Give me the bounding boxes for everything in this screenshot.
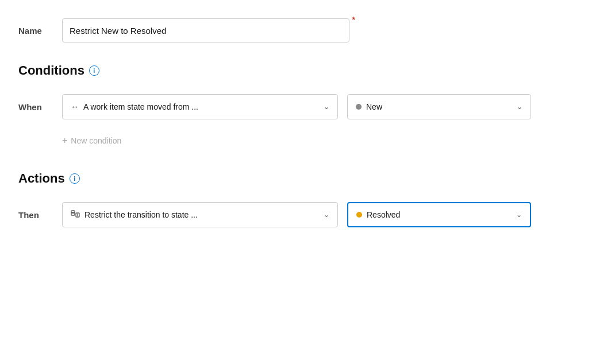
actions-state-content: Resolved (356, 210, 400, 219)
lock-icon (71, 210, 80, 220)
then-dropdown-arrow: ⌄ (324, 211, 329, 219)
swap-icon: ↔ (71, 102, 79, 111)
conditions-state-dropdown[interactable]: New ⌄ (347, 94, 531, 119)
actions-state-text: Resolved (367, 210, 400, 219)
conditions-header: Conditions i (18, 63, 597, 78)
actions-info-icon[interactable]: i (70, 173, 80, 184)
actions-header: Actions i (18, 171, 597, 186)
name-input-wrapper: * (62, 18, 349, 42)
then-row: Then Restrict the transition to state ..… (18, 202, 597, 227)
when-label: When (18, 102, 53, 112)
plus-icon: + (62, 135, 67, 146)
when-dropdown-content: ↔ A work item state moved from ... (71, 102, 198, 111)
actions-state-arrow: ⌄ (516, 211, 522, 219)
when-dropdown-arrow: ⌄ (324, 103, 329, 111)
conditions-state-text: New (366, 102, 382, 111)
conditions-state-dot (356, 104, 362, 110)
new-condition-label: New condition (71, 136, 121, 145)
then-label: Then (18, 210, 53, 220)
actions-section: Actions i Then Restrict the transition t… (18, 171, 597, 227)
conditions-state-content: New (356, 102, 382, 111)
actions-title: Actions (18, 171, 65, 186)
when-dropdown-text: A work item state moved from ... (83, 102, 198, 111)
then-dropdown-content: Restrict the transition to state ... (71, 210, 198, 220)
when-row: When ↔ A work item state moved from ... … (18, 94, 597, 119)
name-input[interactable] (62, 18, 349, 42)
conditions-title: Conditions (18, 63, 84, 78)
then-dropdown[interactable]: Restrict the transition to state ... ⌄ (62, 202, 338, 227)
actions-state-dot (356, 212, 362, 218)
when-dropdown[interactable]: ↔ A work item state moved from ... ⌄ (62, 94, 338, 119)
conditions-state-arrow: ⌄ (517, 103, 522, 111)
then-dropdown-text: Restrict the transition to state ... (84, 210, 198, 219)
name-row: Name * (18, 18, 597, 42)
actions-state-dropdown[interactable]: Resolved ⌄ (347, 202, 531, 227)
name-label: Name (18, 26, 53, 36)
required-marker: * (352, 15, 355, 24)
new-condition-button[interactable]: + New condition (62, 133, 597, 148)
conditions-section: Conditions i When ↔ A work item state mo… (18, 63, 597, 148)
conditions-info-icon[interactable]: i (89, 65, 99, 76)
